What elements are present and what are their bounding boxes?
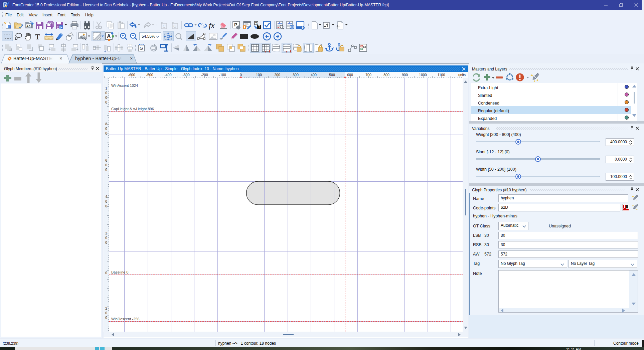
svg-text:T: T: [35, 32, 40, 41]
svg-text:F: F: [8, 25, 10, 29]
svg-text:H: H: [361, 46, 362, 47]
svg-text:Aa: Aa: [26, 24, 31, 28]
svg-text:T: T: [258, 25, 260, 29]
svg-text:A: A: [107, 33, 111, 39]
svg-text:H: H: [361, 48, 362, 50]
svg-text:fx: fx: [209, 21, 215, 30]
svg-text:G: G: [140, 46, 143, 51]
svg-text:abc: abc: [287, 21, 293, 25]
svg-text:C: C: [163, 24, 166, 29]
svg-text:F: F: [60, 26, 62, 29]
svg-text:G: G: [173, 24, 176, 29]
svg-text:T: T: [255, 22, 257, 25]
svg-text:abc: abc: [277, 21, 283, 25]
